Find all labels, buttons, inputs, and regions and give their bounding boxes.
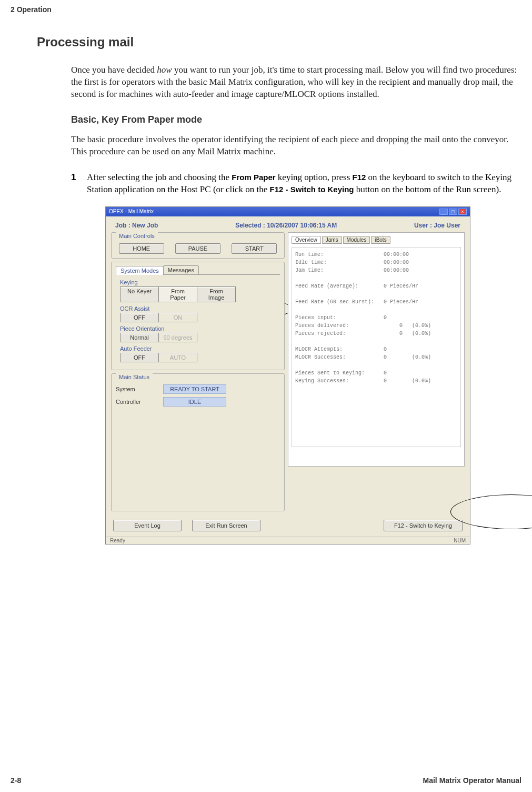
exit-run-button[interactable]: Exit Run Screen — [192, 520, 260, 531]
feeder-label: Auto Feeder — [120, 345, 278, 352]
system-modes-group: System Modes Messages Keying No Keyer Fr… — [111, 262, 285, 370]
feeder-auto[interactable]: AUTO — [158, 353, 197, 362]
footer-page: 2-8 — [11, 776, 21, 785]
intro-paragraph: Once you have decided how you want to ru… — [71, 64, 519, 101]
subsection-paragraph: The basic procedure involves the operato… — [71, 134, 519, 158]
titlebar-text: OPEX - Mail Matrix — [109, 209, 154, 214]
tab-messages[interactable]: Messages — [163, 265, 199, 274]
tab-jams[interactable]: Jams — [322, 236, 342, 244]
start-button[interactable]: START — [232, 243, 277, 254]
overview-stats: Run time: 00:00:00 Idle time: 00:00:00 J… — [292, 247, 461, 447]
keying-from-paper[interactable]: From Paper — [158, 286, 197, 302]
main-controls-title: Main Controls — [116, 232, 158, 240]
ocr-off[interactable]: OFF — [120, 313, 159, 322]
stats-panel: Overview Jams Modules iBots Run time: 00… — [288, 232, 465, 467]
user-label: User : Joe User — [414, 222, 460, 229]
subsection-title: Basic, Key From Paper mode — [71, 114, 521, 125]
s-c: keying option, press — [276, 172, 353, 182]
step-number: 1 — [71, 172, 87, 196]
job-label: Job : New Job — [115, 222, 158, 229]
s-f: F12 - Switch to Keying — [270, 185, 354, 194]
piece-label: Piece Orientation — [120, 325, 278, 332]
step-text: After selecting the job and choosing the… — [87, 172, 519, 196]
controller-status: IDLE — [163, 397, 226, 407]
tab-system-modes[interactable]: System Modes — [116, 266, 164, 275]
keying-no-keyer[interactable]: No Keyer — [120, 286, 159, 302]
s-g: button on the bottom of the Run screen). — [354, 184, 501, 194]
section-title: Processing mail — [37, 35, 521, 49]
page-header: 2 Operation — [11, 5, 521, 14]
piece-normal[interactable]: Normal — [120, 333, 159, 342]
footer-manual: Mail Matrix Operator Manual — [423, 776, 521, 785]
keying-label: Keying — [120, 279, 278, 285]
app-window: OPEX - Mail Matrix _ □ × Job : New Job S… — [105, 206, 470, 544]
bottom-bar: Event Log Exit Run Screen F12 - Switch t… — [106, 517, 470, 537]
system-label: System — [116, 386, 163, 392]
controller-label: Controller — [116, 399, 163, 405]
event-log-button[interactable]: Event Log — [113, 520, 182, 531]
intro-em: how — [157, 65, 172, 75]
intro-a: Once you have decided — [71, 65, 157, 75]
tab-ibots[interactable]: iBots — [371, 236, 390, 244]
selected-label: Selected : 10/26/2007 10:06:15 AM — [235, 222, 337, 229]
main-status-group: Main Status System READY TO START Contro… — [111, 373, 285, 511]
maximize-button[interactable]: □ — [449, 209, 457, 215]
close-button[interactable]: × — [458, 209, 467, 215]
s-b: From Paper — [232, 173, 275, 182]
s-d: F12 — [353, 173, 366, 182]
piece-90[interactable]: 90 degrees — [158, 333, 197, 342]
tab-overview[interactable]: Overview — [292, 236, 321, 244]
titlebar[interactable]: OPEX - Mail Matrix _ □ × — [106, 207, 470, 216]
ocr-on[interactable]: ON — [158, 313, 197, 322]
tab-modules[interactable]: Modules — [343, 236, 370, 244]
system-status: READY TO START — [163, 384, 226, 394]
switch-to-keying-button[interactable]: F12 - Switch to Keying — [384, 520, 463, 531]
main-status-title: Main Status — [116, 373, 153, 381]
step-1: 1 After selecting the job and choosing t… — [71, 172, 519, 196]
feeder-off[interactable]: OFF — [120, 353, 159, 362]
s-a: After selecting the job and choosing the — [87, 172, 232, 182]
minimize-button[interactable]: _ — [439, 209, 448, 215]
page-footer: 2-8 Mail Matrix Operator Manual — [11, 776, 521, 785]
status-ready: Ready — [110, 538, 125, 543]
status-num: NUM — [454, 538, 466, 543]
info-bar: Job : New Job Selected : 10/26/2007 10:0… — [106, 216, 470, 232]
ocr-label: OCR Assist — [120, 305, 278, 312]
statusbar: Ready NUM — [106, 537, 470, 544]
pause-button[interactable]: PAUSE — [175, 243, 220, 254]
titlebar-buttons: _ □ × — [439, 209, 467, 215]
home-button[interactable]: HOME — [119, 243, 164, 254]
keying-from-image[interactable]: From Image — [197, 286, 236, 302]
main-controls-group: Main Controls HOME PAUSE START — [111, 232, 285, 259]
